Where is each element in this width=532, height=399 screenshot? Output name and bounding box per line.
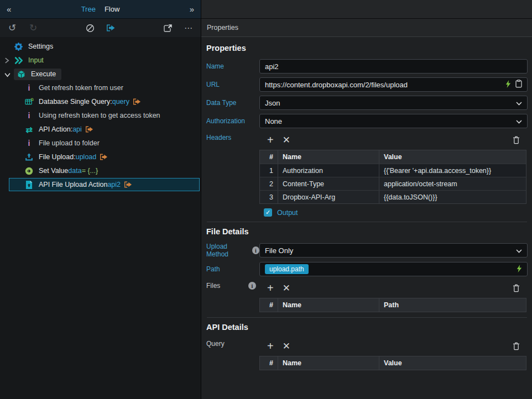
table-column-header: Value [379, 356, 526, 370]
chevron-down-icon [516, 246, 522, 255]
info-icon: i [24, 139, 34, 147]
table-cell: {{'Bearer '+api.data.access_token}} [379, 164, 526, 177]
tree-item-comment-file-upload-to-folder[interactable]: iFile upload to folder [0, 136, 201, 150]
info-icon: i [24, 84, 34, 92]
url-value: https://content.dropboxapi.com/2/files/u… [265, 81, 501, 89]
upload-method-value: File Only [265, 246, 512, 255]
tree-item-comment-get-refresh-token[interactable]: iGet refresh token from user [0, 81, 201, 95]
authorization-select[interactable]: None [259, 114, 528, 128]
remove-header-button[interactable]: ✕ [283, 135, 290, 145]
table-row[interactable]: 2Content-Typeapplication/octet-stream [260, 177, 526, 190]
share-icon[interactable] [162, 23, 173, 34]
tree-item-database-single-query[interactable]: Database Single Query: query [0, 95, 201, 108]
expand-panel-icon[interactable]: » [183, 4, 194, 14]
chevron-right-icon[interactable] [4, 57, 11, 65]
chevron-down-icon[interactable] [4, 71, 11, 79]
output-link-icon[interactable] [133, 98, 141, 105]
delete-headers-icon[interactable] [513, 136, 520, 144]
table-column-header: Path [379, 298, 526, 312]
table-header-row: #NameValue [260, 150, 526, 164]
table-column-header: Name [278, 298, 379, 312]
data-type-select[interactable]: Json [259, 96, 528, 110]
step-out-icon[interactable] [106, 23, 117, 34]
headers-label: Headers [206, 134, 259, 141]
authorization-value: None [265, 117, 512, 125]
table-column-header: Value [379, 150, 526, 164]
delete-files-icon[interactable] [513, 284, 520, 292]
table-row[interactable]: 3Dropbox-API-Arg{{data.toJSON()}} [260, 190, 526, 203]
tree-item-input[interactable]: Input [0, 54, 201, 67]
files-table[interactable]: #NamePath [259, 298, 526, 312]
add-header-button[interactable]: + [267, 134, 274, 145]
files-label: Files i [206, 282, 259, 290]
section-divider [207, 222, 527, 222]
info-icon[interactable]: i [248, 282, 256, 290]
output-label: Output [277, 209, 298, 217]
tree-item-label: Settings [28, 43, 53, 50]
output-link-icon[interactable] [100, 154, 108, 160]
query-label: Query [206, 340, 259, 348]
tree-item-label: Database Single Query: [39, 98, 112, 106]
redo-icon[interactable]: ↻ [28, 23, 39, 34]
tree-item-comment-using-refresh-token[interactable]: iUsing refresh token to get access token [0, 109, 201, 122]
tree-item-set-value[interactable]: Set Value data = {...} [0, 164, 201, 177]
tree-item-execute[interactable]: Execute [0, 67, 201, 81]
upload-icon [24, 153, 34, 161]
tree-item-file-upload[interactable]: File Upload: upload [0, 150, 201, 164]
info-icon: i [24, 112, 34, 119]
headers-table[interactable]: #NameValue1Authorization{{'Bearer '+api.… [259, 150, 526, 204]
remove-file-button[interactable]: ✕ [283, 284, 290, 293]
tree-item-label: File Upload: [39, 153, 76, 161]
authorization-label: Authorization [206, 117, 259, 125]
swap-icon: ⇄ [24, 125, 34, 134]
output-link-icon[interactable] [85, 126, 93, 133]
section-divider [207, 317, 527, 318]
output-link-icon[interactable] [124, 181, 132, 188]
tab-flow[interactable]: Flow [105, 5, 119, 13]
add-file-button[interactable]: + [267, 282, 274, 293]
tree-item-settings[interactable]: Settings [0, 40, 201, 53]
chevron-down-icon [516, 117, 522, 125]
table-column-header: Name [278, 356, 379, 370]
output-checkbox[interactable]: ✓ [264, 208, 272, 217]
upload-method-label-text: Upload Method [206, 243, 248, 258]
table-column-header: Name [278, 150, 379, 164]
remove-query-param-button[interactable]: ✕ [283, 342, 290, 351]
more-options-icon[interactable]: ⋯ [183, 23, 194, 34]
url-input[interactable]: https://content.dropboxapi.com/2/files/u… [259, 77, 528, 92]
properties-content: Properties Name URL https://content.drop… [201, 37, 532, 399]
table-header-row: #NameValue [260, 356, 526, 370]
table-row[interactable]: 1Authorization{{'Bearer '+api.data.acces… [260, 164, 526, 177]
chevrons-icon [14, 57, 23, 64]
tree-item-label: Set Value [39, 167, 68, 175]
add-query-param-button[interactable]: + [267, 340, 274, 351]
table-cell: 1 [260, 164, 278, 177]
tree-item-api-action[interactable]: ⇄API Action: api [0, 123, 201, 136]
tab-tree[interactable]: Tree [81, 5, 96, 13]
section-heading-api-details: API Details [206, 323, 528, 332]
bind-data-icon[interactable] [517, 265, 522, 274]
tree-item-label: Get refresh token from user [39, 84, 123, 92]
disable-step-icon[interactable] [85, 23, 96, 34]
delete-query-params-icon[interactable] [513, 342, 520, 350]
tree-item-label: data [68, 167, 81, 175]
collapse-panel-icon[interactable]: « [7, 4, 18, 14]
tree-item-label: = {...} [82, 167, 98, 175]
name-input[interactable] [259, 59, 528, 74]
info-icon[interactable]: i [252, 246, 259, 254]
query-table[interactable]: #NameValue [259, 356, 526, 370]
tree-item-api-file-upload-action[interactable]: API File Upload Action api2 [9, 178, 200, 191]
tree-item-label: api [72, 125, 82, 133]
path-input[interactable]: upload.path [259, 262, 528, 276]
workflow-tree: SettingsInputExecuteiGet refresh token f… [0, 37, 201, 192]
tree-top-bar: « Tree Flow » [0, 0, 201, 19]
table-cell: Content-Type [278, 177, 379, 190]
upload-method-label: Upload Method i [206, 243, 259, 258]
upload-method-select[interactable]: File Only [259, 243, 528, 258]
path-binding-token[interactable]: upload.path [265, 264, 309, 274]
table-column-header: # [260, 150, 278, 164]
tree-item-label: Using refresh token to get access token [39, 112, 160, 119]
undo-icon[interactable]: ↺ [7, 23, 18, 34]
bind-data-icon[interactable] [505, 80, 511, 90]
clipboard-icon[interactable] [515, 80, 522, 90]
